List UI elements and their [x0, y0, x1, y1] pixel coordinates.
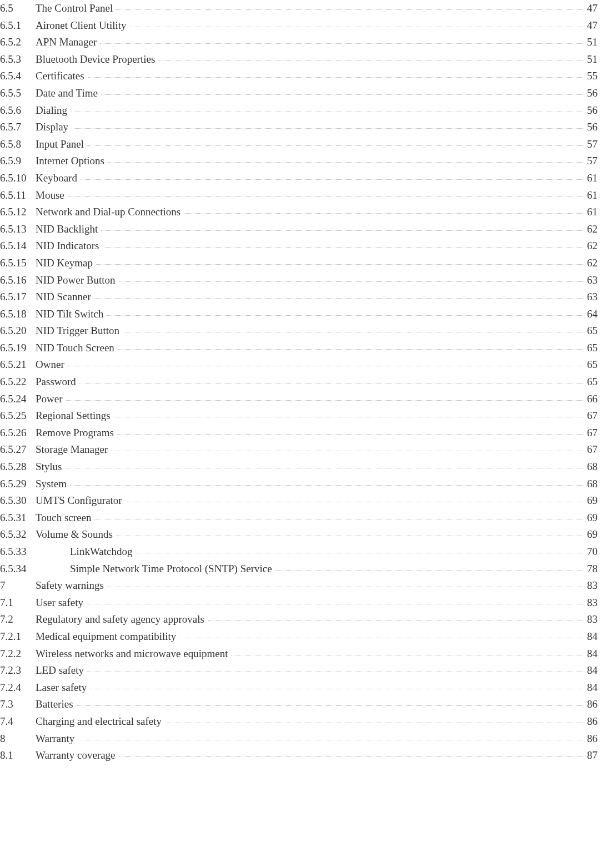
toc-title-wrap: Medical equipment compatibility [36, 628, 586, 645]
toc-title: Regional Settings [36, 410, 111, 421]
toc-number: 7.2.3 [0, 662, 36, 679]
toc-row: 6.5.26Remove Programs67 [0, 425, 602, 442]
toc-leader [119, 756, 584, 757]
toc-title-wrap: Remove Programs [36, 425, 586, 442]
toc-leader [111, 451, 584, 451]
toc-number: 6.5.26 [0, 425, 36, 442]
toc-row: 7.3Batteries86 [0, 696, 602, 713]
toc-row: 6.5.10Keyboard61 [0, 170, 602, 187]
toc-title: NID Indicators [36, 240, 99, 251]
toc-page: 62 [586, 255, 602, 272]
toc-number: 6.5.8 [0, 136, 36, 153]
toc-title: Mouse [36, 189, 64, 201]
toc-title-wrap: Regulatory and safety agency approvals [36, 611, 586, 628]
toc-title: Warranty [36, 733, 74, 744]
toc-leader [87, 604, 584, 604]
toc-page: 83 [586, 611, 602, 628]
toc-leader [136, 553, 584, 553]
toc-title-wrap: Password [36, 374, 586, 391]
toc-row: 6.5.14NID Indicators62 [0, 238, 602, 255]
toc-page: 87 [586, 747, 602, 764]
toc-leader [88, 77, 584, 78]
toc-title: Remove Programs [36, 427, 114, 438]
toc-leader [87, 672, 584, 672]
toc-row: 6.5.34Simple Network Time Protocol (SNTP… [0, 561, 602, 578]
toc-row: 6.5.3Bluetooth Device Properties51 [0, 51, 602, 68]
toc-title-wrap: System [36, 476, 586, 493]
toc-row: 7.2.3LED safety84 [0, 662, 602, 679]
toc-title: Storage Manager [36, 443, 108, 455]
toc-leader [107, 315, 584, 316]
toc-title: NID Power Button [36, 274, 116, 286]
toc-title: Stylus [36, 461, 62, 472]
toc-row: 6.5.21Owner65 [0, 356, 602, 374]
toc-leader [66, 468, 584, 468]
toc-page: 47 [586, 0, 602, 17]
toc-title-wrap: NID Power Button [36, 272, 586, 289]
toc-number: 6.5.7 [0, 119, 36, 136]
toc-leader [66, 400, 584, 401]
toc-title-wrap: Aironet Client Utility [36, 17, 586, 34]
toc-page: 69 [586, 526, 602, 543]
toc-title: Date and Time [36, 87, 98, 99]
toc-title: Batteries [36, 698, 73, 710]
toc-number: 6.5.16 [0, 272, 36, 289]
toc-page: 83 [586, 577, 602, 594]
toc-leader [81, 179, 584, 180]
toc-page: 55 [586, 68, 602, 85]
toc-title-wrap: Regional Settings [36, 407, 586, 425]
toc-page: 61 [586, 187, 602, 204]
toc-number: 6.5.13 [0, 221, 36, 238]
toc-leader [275, 570, 584, 571]
toc-leader [107, 587, 584, 587]
toc-page: 57 [586, 136, 602, 153]
toc-number: 6.5.27 [0, 441, 36, 458]
toc-page: 65 [586, 374, 602, 391]
toc-title: Warranty coverage [36, 749, 116, 761]
toc-number: 8.1 [0, 747, 36, 764]
toc-leader [96, 264, 584, 265]
toc-page: 56 [586, 85, 602, 102]
toc-title-wrap: Certificates [36, 68, 586, 85]
toc-title: LED safety [36, 664, 84, 676]
toc-page: 62 [586, 238, 602, 255]
toc-row: 6.5.31Touch screen69 [0, 509, 602, 527]
toc-leader [118, 349, 584, 350]
toc-title-wrap: Keyboard [36, 170, 586, 187]
toc-page: 67 [586, 441, 602, 458]
toc-page: 86 [586, 730, 602, 748]
toc-page: 78 [586, 561, 602, 578]
toc-title-wrap: Mouse [36, 187, 586, 204]
toc-title: Owner [36, 359, 64, 370]
toc-title-wrap: Batteries [36, 696, 586, 713]
toc-number: 7.2 [0, 611, 36, 628]
toc-title: The Control Panel [36, 2, 113, 14]
toc-title: Wireless networks and microwave equipmen… [36, 648, 228, 659]
toc-leader [101, 94, 584, 95]
toc-page: 68 [586, 476, 602, 493]
toc-row: 6.5.7Display56 [0, 119, 602, 136]
toc-number: 6.5.6 [0, 102, 36, 119]
toc-page: 64 [586, 306, 602, 323]
toc-page: 86 [586, 696, 602, 713]
toc-title-wrap: NID Indicators [36, 238, 586, 255]
toc-row: 6.5.28Stylus68 [0, 458, 602, 476]
toc-title: Bluetooth Device Properties [36, 53, 155, 65]
toc-leader [71, 112, 584, 112]
toc-number: 6.5.12 [0, 204, 36, 221]
toc-title-wrap: UMTS Configurator [36, 492, 586, 509]
toc-row: 7.2Regulatory and safety agency approval… [0, 611, 602, 628]
toc-number: 7.3 [0, 696, 36, 713]
toc-number: 6.5.25 [0, 407, 36, 425]
toc-title: Volume & Sounds [36, 528, 113, 540]
toc-title: System [36, 478, 67, 489]
toc-row: 6.5.13NID Backlight62 [0, 221, 602, 238]
toc-number: 6.5.29 [0, 476, 36, 493]
toc-number: 6.5.22 [0, 374, 36, 391]
toc-leader [79, 383, 584, 383]
toc-leader [94, 519, 584, 519]
toc-leader [123, 332, 584, 332]
toc-title: User safety [36, 597, 83, 608]
toc-leader [117, 434, 584, 435]
toc-title-wrap: Network and Dial-up Connections [36, 204, 586, 221]
